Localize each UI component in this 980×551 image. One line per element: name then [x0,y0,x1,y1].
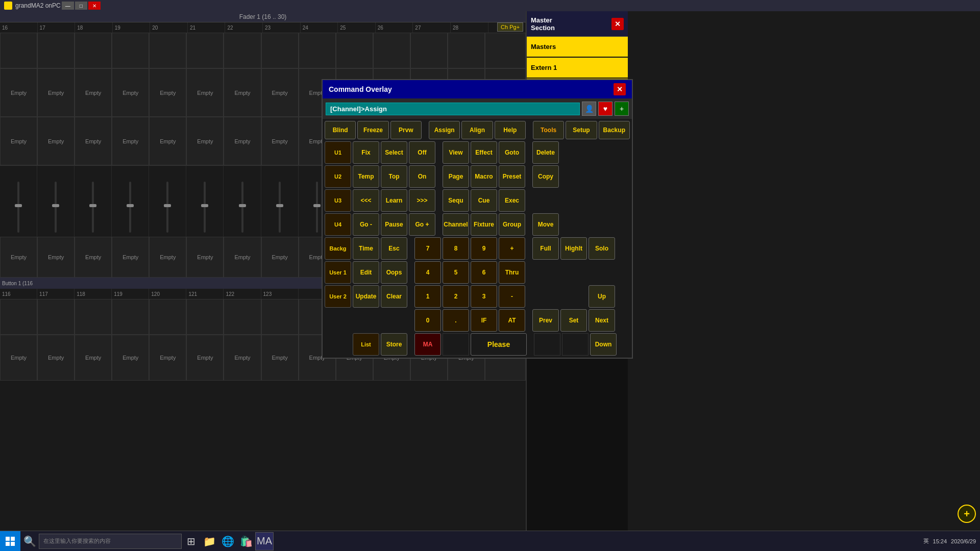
dialog-close-button[interactable]: ✕ [614,83,626,95]
please-button[interactable]: Please [471,333,527,356]
next-next-button[interactable]: >>> [409,189,435,212]
num5-button[interactable]: 5 [443,261,469,284]
edit-button[interactable]: Edit [353,261,379,284]
empty-exec[interactable]: Empty [149,335,186,381]
cue-button[interactable]: Cue [471,189,497,212]
fader-cell[interactable] [0,166,37,237]
exec-cell[interactable] [0,33,37,68]
empty-exec[interactable]: Empty [0,335,37,381]
fader-cell[interactable] [37,166,75,237]
off-button[interactable]: Off [409,141,435,164]
view-button[interactable]: View [443,141,469,164]
delete-button[interactable]: Delete [532,141,559,164]
full-button[interactable]: Full [532,237,559,260]
exec-cell[interactable] [112,299,149,335]
exec-cell[interactable] [261,299,299,335]
macro-button[interactable]: Macro [471,165,497,188]
empty-exec[interactable]: Empty [37,68,75,117]
minimize-button[interactable]: — [62,2,74,10]
empty-exec[interactable]: Empty [261,117,299,165]
maximize-button[interactable]: □ [75,2,87,10]
select-button[interactable]: Select [381,141,407,164]
dot-button[interactable]: . [443,309,469,332]
empty-exec[interactable]: Empty [112,335,149,381]
group-button[interactable]: Group [499,213,525,236]
fader-cell[interactable] [224,166,261,237]
masters-button[interactable]: Masters [527,37,628,57]
num9-button[interactable]: 9 [471,237,497,260]
empty-exec[interactable]: Empty [149,117,186,165]
move-button[interactable]: Move [532,213,559,236]
empty-exec[interactable]: Empty [112,68,149,117]
help-button[interactable]: Help [495,121,526,139]
exec-cell[interactable] [410,33,448,68]
fader-cell[interactable] [112,166,149,237]
empty-exec[interactable]: Empty [186,335,224,381]
search-taskbar-icon[interactable]: 🔍 [20,532,39,550]
tools-button[interactable]: Tools [533,121,564,139]
empty-exec[interactable]: Empty [224,237,261,278]
num1-button[interactable]: 1 [414,285,441,308]
channel-button[interactable]: Channel [443,213,469,236]
empty-exec[interactable]: Empty [112,117,149,165]
fixture-button[interactable]: Fixture [471,213,497,236]
empty-exec[interactable]: Empty [261,335,299,381]
extern1-button[interactable]: Extern 1 [527,58,628,78]
edge-icon[interactable]: 🌐 [218,532,237,550]
num2-button[interactable]: 2 [443,285,469,308]
exec-cell[interactable] [37,299,75,335]
u3-button[interactable]: U3 [325,189,351,212]
effect-button[interactable]: Effect [471,141,497,164]
empty-exec[interactable]: Empty [149,68,186,117]
exec-cell[interactable] [224,299,261,335]
exec-cell[interactable] [336,33,373,68]
down-button[interactable]: Down [590,333,617,356]
prev-prev-button[interactable]: <<< [353,189,379,212]
page-button[interactable]: Page [443,165,469,188]
on-button[interactable]: On [409,165,435,188]
ma-button[interactable]: MA [414,333,441,356]
top-button[interactable]: Top [381,165,407,188]
heart-icon-button[interactable]: ♥ [598,102,612,116]
empty-exec[interactable]: Empty [224,68,261,117]
empty-exec[interactable]: Empty [112,237,149,278]
store-taskbar-icon[interactable]: 🛍️ [237,532,255,550]
user2-button[interactable]: User 2 [325,285,351,308]
taskview-icon[interactable]: ⊞ [182,532,200,550]
exec-cell[interactable] [261,33,299,68]
solo-button[interactable]: Solo [589,237,615,260]
freeze-button[interactable]: Freeze [357,121,388,139]
num8-button[interactable]: 8 [443,237,469,260]
exec-cell[interactable] [112,33,149,68]
esc-button[interactable]: Esc [381,237,407,260]
empty-exec[interactable]: Empty [224,117,261,165]
learn-button[interactable]: Learn [381,189,407,212]
exec-cell[interactable] [186,33,224,68]
highlt-button[interactable]: Highlt [560,237,587,260]
assign-button[interactable]: Assign [429,121,460,139]
empty-exec[interactable]: Empty [224,335,261,381]
exec-cell[interactable] [186,299,224,335]
time-button[interactable]: Time [353,237,379,260]
empty-exec[interactable]: Empty [75,237,112,278]
empty-exec[interactable]: Empty [75,68,112,117]
minus-button[interactable]: - [499,285,525,308]
go-minus-button[interactable]: Go - [353,213,379,236]
exec-cell[interactable] [448,33,485,68]
pause-button[interactable]: Pause [381,213,407,236]
exec-cell[interactable] [75,33,112,68]
file-explorer-icon[interactable]: 📁 [200,532,218,550]
store-button[interactable]: Store [381,333,407,356]
empty-exec[interactable]: Empty [75,335,112,381]
master-section-close[interactable]: ✕ [611,18,624,30]
fix-button[interactable]: Fix [353,141,379,164]
exec-cell[interactable] [37,33,75,68]
empty-exec[interactable]: Empty [37,117,75,165]
fader-cell[interactable] [149,166,186,237]
taskbar-search[interactable]: 在这里输入你要搜索的内容 [39,534,182,549]
goto-button[interactable]: Goto [499,141,525,164]
cmd-input-field[interactable] [326,103,580,115]
plus-button[interactable]: + [499,237,525,260]
exec-cell[interactable] [149,299,186,335]
empty-exec[interactable]: Empty [0,237,37,278]
